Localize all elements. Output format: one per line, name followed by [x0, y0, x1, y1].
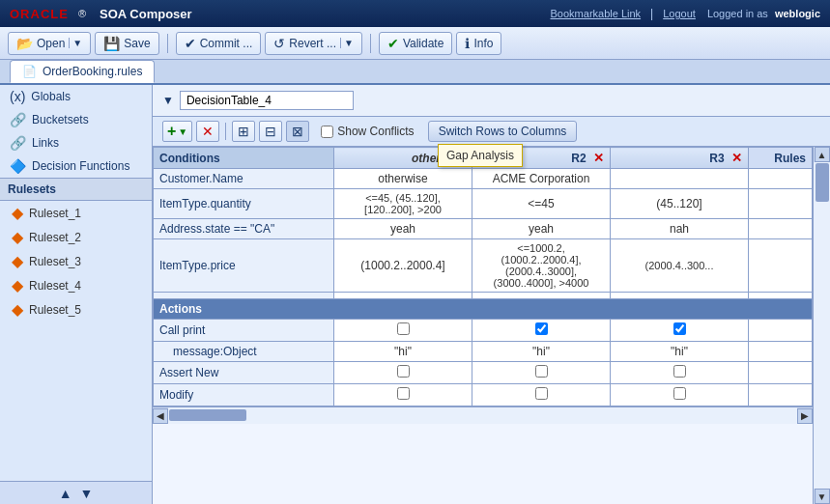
checkbox-modify-otherwise[interactable]: [334, 384, 472, 406]
r2-close-button[interactable]: ✕: [593, 151, 604, 165]
show-conflicts-label[interactable]: Show Conflicts: [321, 125, 414, 138]
delete-icon: ✕: [202, 124, 214, 139]
checkbox-modify-r3[interactable]: [611, 384, 749, 406]
scroll-down-button[interactable]: ▼: [815, 489, 830, 504]
validate-icon: ✔: [387, 36, 399, 51]
checkbox-assert-extra: [749, 362, 813, 384]
bookmarkable-link[interactable]: Bookmarkable Link: [551, 8, 642, 19]
checkbox-input[interactable]: [397, 322, 410, 335]
delete-rule-button[interactable]: ✕: [196, 121, 219, 142]
cell-price-otherwise[interactable]: (1000.2..2000.4]: [334, 239, 472, 293]
ruleset-diamond-icon: ◆: [12, 252, 23, 270]
horizontal-scrollbar[interactable]: ◀ ▶: [153, 406, 813, 424]
cell-message-otherwise[interactable]: "hi": [334, 342, 472, 362]
checkbox-assert-otherwise[interactable]: [334, 362, 472, 384]
gap-analysis-tooltip: Gap Analysis: [438, 144, 523, 167]
dt-header: ▼: [153, 85, 830, 117]
cell-quantity-otherwise[interactable]: <=45, (45..120], [120..200], >200: [334, 189, 472, 219]
scroll-thumb[interactable]: [816, 163, 829, 202]
switch-rows-columns-button[interactable]: Switch Rows to Columns: [428, 121, 578, 142]
cell-quantity-r2[interactable]: <=45: [472, 189, 611, 219]
add-rule-button[interactable]: + ▼: [162, 121, 192, 142]
checkbox-input[interactable]: [673, 365, 686, 378]
checkbox-input[interactable]: [535, 387, 548, 400]
cell-address-r2[interactable]: yeah: [472, 219, 611, 239]
table-row: Customer.Name otherwise ACME Corporation: [154, 169, 813, 189]
cell-price-r3[interactable]: (2000.4..300...: [611, 239, 749, 293]
cell-address-otherwise[interactable]: yeah: [334, 219, 472, 239]
gap-analysis-button[interactable]: ⊠: [286, 121, 309, 142]
condition-label-address-state: Address.state == "CA": [154, 219, 334, 239]
validate-button[interactable]: ✔ Validate: [379, 32, 452, 55]
checkbox-call-print-r2[interactable]: [472, 320, 611, 342]
action-label-modify: Modify: [154, 384, 334, 406]
sidebar-item-ruleset-3[interactable]: ◆ Ruleset_3: [0, 249, 152, 273]
checkbox-input[interactable]: [673, 387, 686, 400]
show-conflicts-checkbox[interactable]: [321, 126, 333, 138]
tab-orderbooking[interactable]: 📄 OrderBooking.rules: [10, 60, 155, 83]
checkbox-input[interactable]: [397, 365, 410, 378]
info-icon: ℹ: [465, 36, 470, 51]
scroll-track: [814, 162, 830, 489]
table-view-button-1[interactable]: ⊞: [232, 121, 255, 142]
sidebar-down-button[interactable]: ▼: [80, 486, 94, 501]
checkbox-input[interactable]: [535, 365, 548, 378]
hscroll-left-button[interactable]: ◀: [153, 408, 168, 424]
sidebar-item-ruleset-5[interactable]: ◆ Ruleset_5: [0, 297, 152, 322]
cell-empty-r2: [472, 293, 611, 299]
save-button[interactable]: 💾 Save: [95, 32, 158, 55]
cell-quantity-r3[interactable]: (45..120]: [611, 189, 749, 219]
tab-label: OrderBooking.rules: [43, 65, 142, 78]
hscroll-thumb[interactable]: [169, 409, 246, 421]
commit-button[interactable]: ✔ Commit ...: [176, 32, 262, 55]
sidebar-item-ruleset-1[interactable]: ◆ Ruleset_1: [0, 201, 152, 225]
dt-name-input[interactable]: [180, 91, 354, 110]
logout-link[interactable]: Logout: [663, 8, 696, 19]
checkbox-modify-extra: [749, 384, 813, 406]
cell-empty-extra: [749, 293, 813, 299]
info-button[interactable]: ℹ Info: [456, 32, 501, 55]
cell-message-r2[interactable]: "hi": [472, 342, 611, 362]
cell-message-r3[interactable]: "hi": [611, 342, 749, 362]
dt-expand-icon[interactable]: ▼: [162, 94, 174, 107]
checkbox-input[interactable]: [535, 322, 548, 335]
checkbox-assert-r2[interactable]: [472, 362, 611, 384]
checkbox-assert-r3[interactable]: [611, 362, 749, 384]
add-dropdown-icon[interactable]: ▼: [178, 126, 187, 137]
checkbox-call-print-r3[interactable]: [611, 320, 749, 342]
toolbar-separator-1: [167, 34, 168, 53]
sidebar-item-decision-functions[interactable]: 🔷 Decision Functions: [0, 154, 152, 178]
save-icon: 💾: [103, 36, 120, 51]
cell-customer-name-otherwise[interactable]: otherwise: [334, 169, 472, 189]
table-view-button-2[interactable]: ⊟: [259, 121, 282, 142]
scroll-up-button[interactable]: ▲: [815, 147, 830, 162]
actions-header: Actions: [154, 299, 813, 320]
checkbox-input[interactable]: [397, 387, 410, 400]
sidebar-item-ruleset-2[interactable]: ◆ Ruleset_2: [0, 225, 152, 249]
ruleset-diamond-icon: ◆: [12, 276, 23, 294]
checkbox-modify-r2[interactable]: [472, 384, 611, 406]
dt-table-container[interactable]: Conditions otherwise R2 ✕ R3 ✕ Rules: [153, 147, 813, 504]
table-scroll-area: Conditions otherwise R2 ✕ R3 ✕ Rules: [153, 147, 830, 504]
sidebar-up-button[interactable]: ▲: [59, 486, 72, 501]
revert-button[interactable]: ↺ Revert ... ▼: [265, 32, 362, 55]
sidebar-item-bucketsets[interactable]: 🔗 Bucketsets: [0, 108, 152, 131]
sidebar-item-ruleset-4[interactable]: ◆ Ruleset_4: [0, 273, 152, 297]
checkbox-input[interactable]: [673, 322, 686, 335]
open-button[interactable]: 📂 Open ▼: [8, 32, 91, 55]
sidebar-item-globals[interactable]: (x) Globals: [0, 85, 152, 108]
cell-quantity-extra: [749, 189, 813, 219]
cell-customer-name-r3[interactable]: [611, 169, 749, 189]
r3-close-button[interactable]: ✕: [731, 151, 742, 165]
sidebar-item-links[interactable]: 🔗 Links: [0, 131, 152, 154]
vertical-scrollbar[interactable]: ▲ ▼: [813, 147, 830, 504]
revert-dropdown-icon[interactable]: ▼: [340, 38, 354, 48]
topbar-links: Bookmarkable Link | Logout: [551, 7, 696, 20]
cell-customer-name-r2[interactable]: ACME Corporation: [472, 169, 611, 189]
cell-empty-r3: [611, 293, 749, 299]
cell-price-r2[interactable]: <=1000.2, (1000.2..2000.4], (2000.4..300…: [472, 239, 611, 293]
cell-address-r3[interactable]: nah: [611, 219, 749, 239]
open-dropdown-icon[interactable]: ▼: [69, 38, 82, 48]
checkbox-call-print-otherwise[interactable]: [334, 320, 472, 342]
hscroll-right-button[interactable]: ▶: [797, 408, 813, 424]
